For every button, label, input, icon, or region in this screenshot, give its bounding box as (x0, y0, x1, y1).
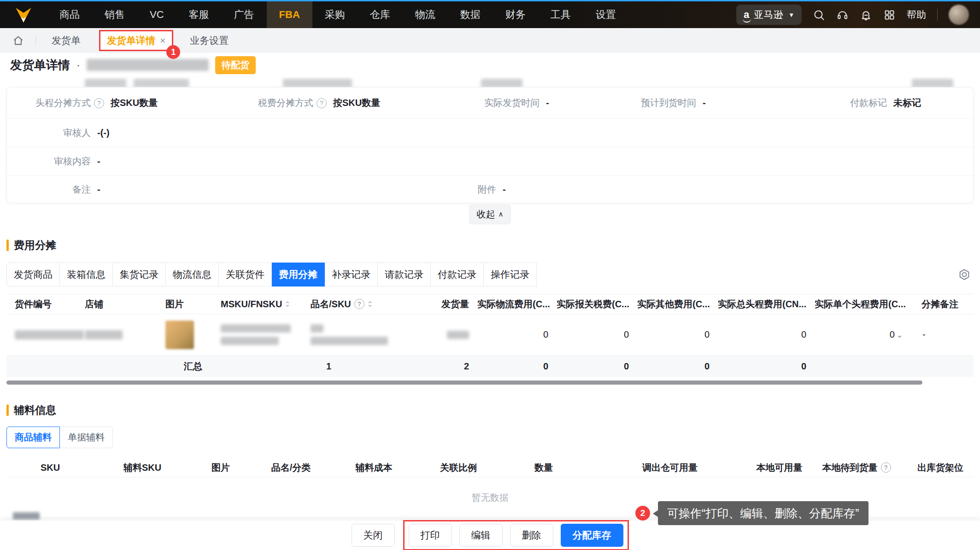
help-circle-icon[interactable]: ? (881, 462, 891, 473)
shipment-detail-card: 头程分摊方式 ? 按SKU数量 税费分摊方式 ? 按SKU数量 实际发货时间 -… (6, 87, 974, 203)
nav-item-data[interactable]: 数据 (448, 1, 493, 28)
nav-item-logistics[interactable]: 物流 (403, 1, 448, 28)
column-settings-icon[interactable] (958, 268, 971, 283)
collapse-row: 收起 ∧ (0, 203, 980, 225)
field-first-leg-allocation: 头程分摊方式 ? 按SKU数量 (7, 97, 223, 109)
accessory-tabs: 商品辅料 单据辅料 (6, 427, 974, 448)
col-accessory-cost: 辅料成本 (331, 462, 417, 474)
nav-item-sales[interactable]: 销售 (92, 1, 137, 28)
tab-payment-request-records[interactable]: 请款记录 (378, 263, 431, 287)
tab-related-shipments[interactable]: 关联货件 (219, 263, 272, 287)
tab-packing-info[interactable]: 装箱信息 (60, 263, 113, 287)
help-circle-icon[interactable]: ? (94, 98, 104, 108)
field-review-content: 审核内容 - (7, 147, 973, 176)
tab-fee-allocation[interactable]: 费用分摊 (272, 263, 325, 287)
tab-supplement-records[interactable]: 补录记录 (325, 263, 378, 287)
help-link[interactable]: 帮助 (907, 8, 926, 21)
nav-item-warehouse[interactable]: 仓库 (358, 1, 403, 28)
col-local-available: 本地可用量 (753, 462, 806, 474)
field-payment-mark: 付款标记 未标记 (790, 97, 973, 109)
notifications-bell-icon[interactable] (860, 9, 872, 21)
tab-shipment-list[interactable]: 发货单 (41, 28, 91, 53)
field-value: -(-) (97, 128, 110, 138)
print-button[interactable]: 打印 (409, 524, 452, 547)
nav-item-fba[interactable]: FBA (267, 1, 312, 28)
amazon-icon: a (744, 10, 749, 20)
sort-icon[interactable] (284, 299, 291, 309)
tab-shipped-products[interactable]: 发货商品 (6, 263, 60, 287)
nav-item-products[interactable]: 商品 (47, 1, 92, 28)
annotation-box-2: 打印 编辑 删除 分配库存 (403, 520, 629, 550)
field-label: 审核人 (7, 127, 91, 139)
cell-logistics-fee: 0 (472, 329, 551, 340)
summary-customs-tax-fee: 0 (551, 361, 632, 372)
col-unit-first-leg-fee: 实际单个头程费用(C... (809, 298, 906, 310)
tab-business-settings[interactable]: 业务设置 (180, 28, 239, 53)
tab-document-accessory[interactable]: 单据辅料 (60, 427, 113, 448)
chevron-up-icon: ∧ (499, 210, 504, 218)
cell-total-first-leg-fee: 0 (712, 329, 809, 340)
col-store: 店铺 (85, 298, 165, 310)
nav-item-vc[interactable]: VC (137, 1, 176, 28)
apps-grid-icon[interactable] (883, 9, 896, 21)
nav-item-settings[interactable]: 设置 (583, 1, 628, 28)
nav-item-service[interactable]: 客服 (176, 1, 222, 28)
delete-button[interactable]: 删除 (510, 524, 553, 547)
collapse-button[interactable]: 收起 ∧ (469, 205, 511, 224)
field-attachment: 附件 - (412, 183, 973, 196)
col-shipment-no: 货件编号 (6, 298, 85, 310)
app-logo-icon[interactable] (14, 6, 33, 24)
fee-tabs: 发货商品 装箱信息 集货记录 物流信息 关联货件 费用分摊 补录记录 请款记录 … (6, 263, 974, 287)
home-icon[interactable] (6, 35, 30, 47)
cell-customs-tax-fee: 0 (551, 329, 632, 340)
page-title: 发货单详情 (10, 57, 70, 73)
col-total-first-leg-fee: 实际总头程费用(CN... (712, 298, 809, 310)
headset-icon[interactable] (836, 9, 849, 21)
table-header-row: 货件编号 店铺 图片 MSKU/FNSKU 品名/SKU ? 发货量 实际物流费… (6, 294, 974, 314)
clipped-detail-row (6, 77, 974, 87)
close-button[interactable]: 关闭 (352, 524, 395, 547)
help-circle-icon[interactable]: ? (317, 98, 327, 108)
summary-other-fee: 0 (632, 361, 712, 372)
col-logistics-fee: 实际物流费用(C... (472, 298, 551, 310)
tab-payment-records[interactable]: 付款记录 (431, 263, 484, 287)
cell-msku-fnsku (221, 324, 311, 345)
sort-icon[interactable] (367, 299, 373, 309)
section-accent-bar (6, 404, 9, 416)
user-avatar[interactable] (949, 5, 969, 25)
col-image: 图片 (191, 462, 251, 474)
field-value: - (503, 184, 506, 195)
col-outbound-shelf: 出库货架位 (907, 462, 974, 474)
field-label: 付款标记 (790, 97, 887, 109)
nav-item-tools[interactable]: 工具 (538, 1, 583, 28)
nav-item-purchase[interactable]: 采购 (312, 1, 358, 28)
allocate-inventory-button[interactable]: 分配库存 (561, 524, 623, 547)
tab-collection-records[interactable]: 集货记录 (113, 263, 166, 287)
field-label: 审核内容 (7, 155, 91, 168)
help-circle-icon[interactable]: ? (354, 299, 364, 309)
nav-item-ads[interactable]: 广告 (222, 1, 267, 28)
tab-product-accessory[interactable]: 商品辅料 (6, 427, 60, 448)
navbar-right: a 亚马逊 ▼ 帮助 (736, 5, 969, 25)
tab-logistics-info[interactable]: 物流信息 (166, 263, 219, 287)
table-row[interactable]: 0 0 0 0 0 ⌄ - (6, 314, 974, 356)
tab-operation-records[interactable]: 操作记录 (484, 263, 537, 287)
scrollbar-thumb[interactable] (6, 380, 922, 385)
search-icon[interactable] (813, 9, 825, 21)
detail-fields-row: 头程分摊方式 ? 按SKU数量 税费分摊方式 ? 按SKU数量 实际发货时间 -… (7, 88, 973, 119)
marketplace-selector[interactable]: a 亚马逊 ▼ (736, 5, 802, 25)
section-accent-bar (6, 240, 9, 251)
tab-shipment-detail[interactable]: 发货单详情 × (100, 31, 172, 50)
col-name-category: 品名/分类 (251, 462, 331, 474)
col-accessory-sku: 辅料SKU (94, 462, 191, 474)
col-customs-tax-fee: 实际报关税费(C... (551, 298, 632, 310)
nav-item-finance[interactable]: 财务 (493, 1, 538, 28)
close-icon[interactable]: × (160, 35, 165, 46)
edit-button[interactable]: 编辑 (459, 524, 503, 547)
field-remark-row: 备注 - 附件 - (7, 176, 973, 203)
field-label: 附件 (412, 183, 496, 196)
chevron-down-icon[interactable]: ⌄ (896, 330, 903, 340)
annotation-badge-2: 2 (635, 506, 650, 521)
product-thumbnail[interactable] (165, 321, 194, 349)
fee-section-title: 费用分摊 (6, 238, 980, 252)
